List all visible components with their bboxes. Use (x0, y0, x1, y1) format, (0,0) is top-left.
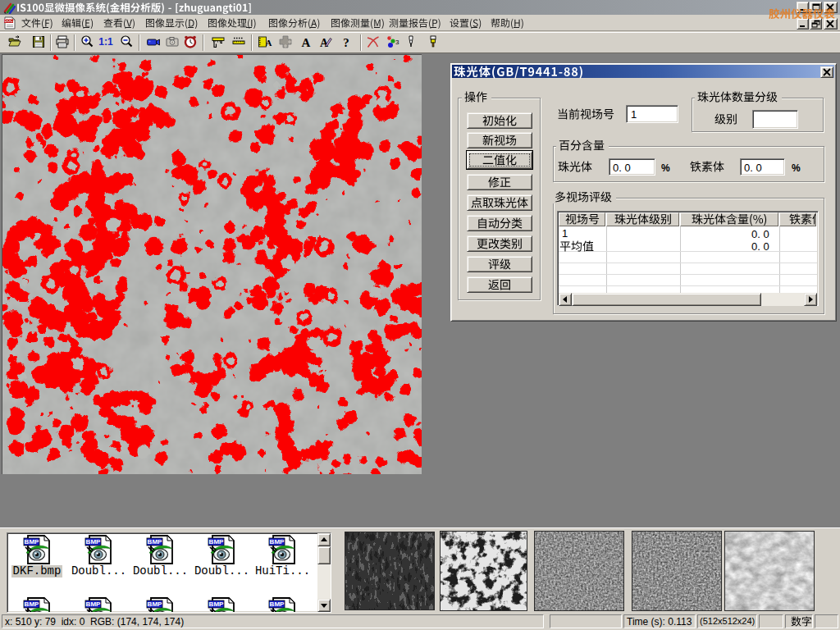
svg-text:BMP: BMP (25, 538, 39, 546)
svg-text:A: A (302, 36, 311, 49)
svg-text:3: 3 (395, 39, 399, 46)
svg-text:BMP: BMP (86, 600, 101, 608)
svg-text:BMP: BMP (209, 600, 224, 608)
svg-text:BMP: BMP (209, 538, 224, 546)
svg-text:BMP: BMP (25, 600, 39, 608)
svg-text:BMP: BMP (270, 600, 285, 608)
svg-text:BMP: BMP (86, 538, 101, 546)
svg-text:BMP: BMP (270, 538, 285, 546)
svg-text:BMP: BMP (148, 600, 162, 608)
svg-text:A: A (266, 38, 272, 48)
svg-text:BMP: BMP (148, 538, 162, 546)
svg-text:1:1: 1:1 (98, 36, 113, 48)
svg-text:?: ? (343, 36, 349, 49)
svg-text:DOC: DOC (5, 19, 14, 23)
